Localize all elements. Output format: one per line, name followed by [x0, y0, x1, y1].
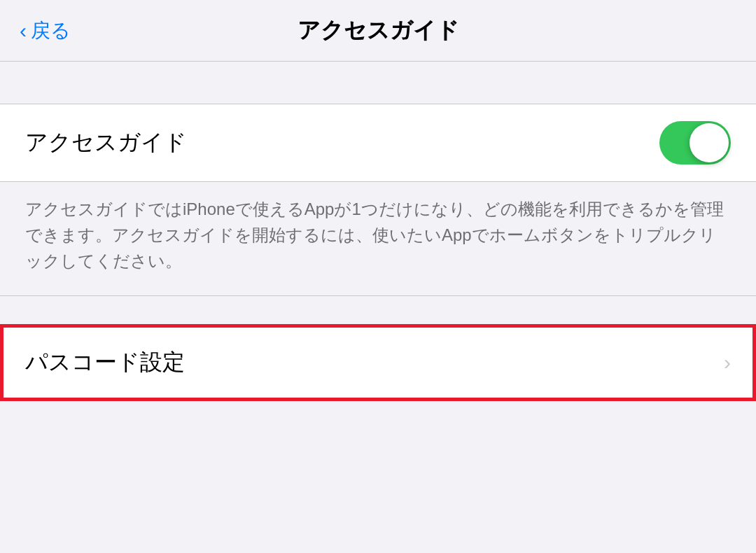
chevron-right-icon: ›	[724, 351, 731, 374]
access-guide-toggle[interactable]	[659, 121, 731, 164]
passcode-settings-row[interactable]: パスコード設定 ›	[0, 328, 756, 398]
back-button[interactable]: ‹ 戻る	[20, 18, 71, 44]
page-title: アクセスガイド	[298, 15, 459, 46]
passcode-section: パスコード設定 ›	[0, 327, 756, 398]
description-text: アクセスガイドではiPhoneで使えるAppが1つだけになり、どの機能を利用でき…	[25, 196, 731, 274]
back-label: 戻る	[31, 18, 71, 44]
access-guide-toggle-row: アクセスガイド	[0, 104, 756, 181]
description-section: アクセスガイドではiPhoneで使えるAppが1つだけになり、どの機能を利用でき…	[0, 182, 756, 296]
back-chevron-icon: ‹	[20, 20, 27, 41]
middle-spacer	[0, 296, 756, 327]
bottom-area	[0, 398, 756, 538]
navigation-bar: ‹ 戻る アクセスガイド	[0, 0, 756, 62]
passcode-section-wrapper: パスコード設定 ›	[0, 327, 756, 398]
toggle-knob	[690, 123, 729, 162]
toggle-label: アクセスガイド	[25, 127, 187, 158]
top-spacer	[0, 62, 756, 104]
passcode-label: パスコード設定	[25, 347, 185, 378]
toggle-section: アクセスガイド	[0, 104, 756, 182]
